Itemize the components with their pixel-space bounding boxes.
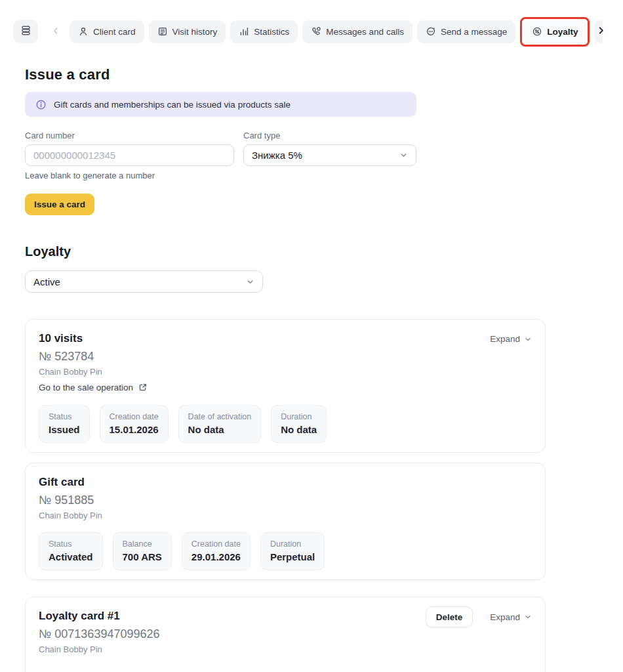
stat-chip-creation-date: Creation date 15.01.2026 (100, 405, 169, 443)
info-icon (35, 99, 47, 110)
loyalty-section-title: Loyalty (25, 244, 598, 259)
go-to-sale-operation-link[interactable]: Go to the sale operation (39, 383, 148, 392)
scroll-tabs-right-button[interactable] (591, 26, 611, 37)
stack-icon (20, 25, 31, 38)
loyalty-card-number: № 0071363947099626 (39, 627, 532, 641)
card-type-label: Card type (243, 131, 416, 140)
card-number-field-group: Card number Leave blank to generate a nu… (25, 131, 234, 180)
chevron-down-icon (399, 151, 408, 159)
external-link-icon (138, 383, 148, 392)
stat-chip-balance: Balance 700 ARS (113, 532, 172, 570)
tab-loyalty[interactable]: Loyalty (523, 20, 586, 43)
info-banner: Gift cards and memberships can be issued… (25, 92, 416, 117)
chip-label: Duration (281, 412, 317, 421)
card-stat-chips: Status Issued Creation date 15.01.2026 D… (39, 405, 532, 443)
chip-label: Date of activation (188, 412, 252, 421)
chip-value: 15.01.2026 (110, 424, 159, 435)
tab-messages-and-calls[interactable]: Messages and calls (302, 20, 412, 43)
loyalty-status-filter-value: Active (33, 276, 60, 287)
loyalty-status-filter-select[interactable]: Active (25, 270, 263, 293)
loyalty-page: Issue a card Gift cards and memberships … (0, 66, 623, 672)
chevron-left-icon (51, 26, 60, 37)
chip-label: Status (49, 412, 80, 421)
card-number-label: Card number (25, 131, 234, 140)
card-actions: Expand (490, 329, 532, 349)
expand-button[interactable]: Expand (490, 329, 532, 349)
card-type-value: Знижка 5% (252, 150, 302, 161)
document-icon (157, 26, 168, 37)
card-actions: Delete Expand (426, 606, 532, 627)
phone-icon (311, 26, 321, 37)
expand-label: Expand (490, 612, 520, 622)
tab-statistics[interactable]: Statistics (230, 20, 298, 43)
chevron-down-icon (246, 278, 254, 286)
loyalty-card-title: 10 visits (39, 332, 532, 345)
chip-value: No data (281, 424, 317, 435)
expand-button[interactable]: Expand (490, 607, 532, 627)
chip-label: Creation date (191, 539, 241, 549)
chat-bubble-icon (426, 26, 436, 37)
tab-label: Loyalty (547, 27, 578, 37)
stat-chip-duration: Duration Perpetual (260, 532, 325, 570)
chip-value: No data (188, 424, 252, 435)
tab-visit-history[interactable]: Visit history (149, 20, 226, 43)
card-type-select[interactable]: Знижка 5% (243, 144, 416, 166)
stat-chip-status: Status Issued (39, 405, 90, 443)
chip-value: 29.01.2026 (191, 551, 241, 562)
loyalty-card-chain: Chain Bobby Pin (39, 644, 532, 654)
tab-client-card[interactable]: Client card (70, 20, 144, 43)
delete-button[interactable]: Delete (426, 606, 473, 627)
client-list-button[interactable] (13, 20, 38, 43)
loyalty-card-1: Loyalty card #1 № 0071363947099626 Chain… (25, 597, 546, 672)
chip-label: Duration (270, 539, 315, 549)
loyalty-card-10-visits: 10 visits № 523784 Chain Bobby Pin Go to… (25, 319, 546, 453)
discount-badge-icon (532, 26, 542, 37)
loyalty-tab-highlight-box: Loyalty (520, 17, 590, 47)
stat-chip-creation-date: Creation date 29.01.2026 (182, 532, 251, 570)
sale-link-label: Go to the sale operation (39, 383, 133, 392)
card-number-hint: Leave blank to generate a number (25, 171, 234, 180)
tab-label: Statistics (254, 27, 289, 37)
stat-chip-activation-date: Date of activation No data (178, 405, 262, 443)
bar-chart-icon (239, 26, 249, 37)
tab-label: Client card (93, 27, 136, 37)
tab-label: Send a message (441, 27, 507, 37)
issue-card-title: Issue a card (25, 66, 598, 83)
tab-label: Messages and calls (326, 27, 404, 37)
chevron-down-icon (524, 335, 532, 343)
loyalty-card-gift-card: Gift card № 951885 Chain Bobby Pin Statu… (25, 463, 546, 580)
client-tabs: Client card Visit history Statistics Mes… (70, 17, 590, 47)
chevron-down-icon (524, 613, 532, 621)
chip-label: Creation date (110, 412, 159, 421)
scroll-tabs-left-button[interactable] (46, 26, 66, 37)
stat-chip-status: Status Activated (39, 532, 103, 570)
chip-value: Perpetual (270, 551, 315, 562)
chip-value: Issued (49, 424, 80, 435)
issue-card-button[interactable]: Issue a card (25, 194, 94, 215)
issue-card-form: Card number Leave blank to generate a nu… (25, 131, 598, 180)
tab-send-a-message[interactable]: Send a message (417, 20, 515, 43)
card-stat-chips: Status Activated Balance 700 ARS Creatio… (39, 532, 532, 570)
loyalty-card-number: № 523784 (39, 350, 532, 364)
expand-label: Expand (490, 334, 520, 344)
loyalty-card-chain: Chain Bobby Pin (39, 511, 532, 520)
chevron-right-icon (596, 26, 606, 37)
stat-chip-duration: Duration No data (271, 405, 327, 443)
loyalty-card-chain: Chain Bobby Pin (39, 367, 532, 377)
person-icon (78, 26, 89, 37)
chip-value: 700 ARS (123, 551, 162, 562)
chip-value: Activated (49, 551, 93, 562)
card-type-field-group: Card type Знижка 5% (243, 131, 416, 180)
tab-label: Visit history (172, 27, 218, 37)
chip-label: Status (49, 539, 93, 549)
chip-label: Balance (123, 539, 162, 549)
info-banner-text: Gift cards and memberships can be issued… (54, 100, 291, 110)
top-tab-bar: Client card Visit history Statistics Mes… (0, 0, 623, 46)
card-number-input[interactable] (25, 144, 234, 166)
loyalty-card-title: Gift card (39, 476, 532, 489)
loyalty-card-number: № 951885 (39, 494, 532, 507)
